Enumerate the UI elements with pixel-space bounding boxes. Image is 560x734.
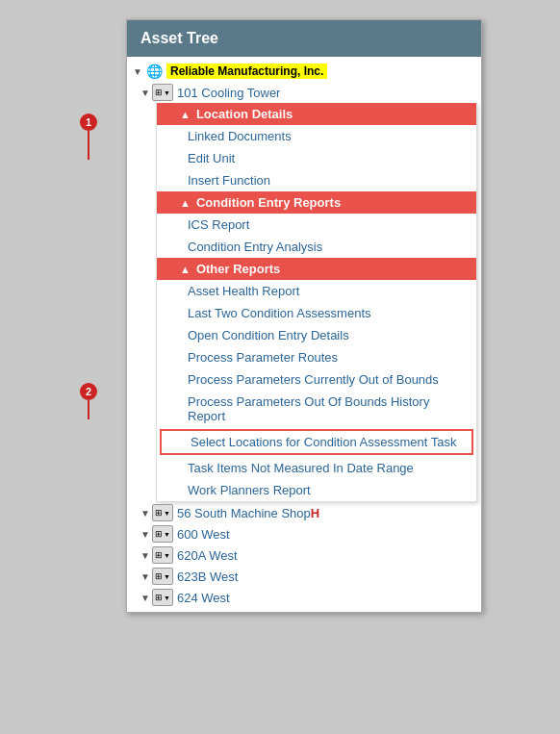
menu-process-params-oob[interactable]: Process Parameters Currently Out of Boun… [157,368,476,391]
other-reports-label: Other Reports [196,262,280,276]
building-icon-small: ⊞ [155,88,163,97]
badge-2-container: 2 [80,383,97,419]
badge-1-container: 1 [80,114,97,160]
cooling-tower-dropdown-btn[interactable]: ⊞ ▼ [152,84,173,101]
section-other-reports[interactable]: ▲ Other Reports [157,258,476,280]
600-west-label: 600 West [177,527,230,542]
panel-title: Asset Tree [140,30,218,46]
other-reports-arrow: ▲ [180,264,191,275]
623b-west-dropdown-btn[interactable]: ⊞ ▼ [152,568,173,585]
condition-entry-label: Condition Entry Reports [196,195,341,210]
section-location-details[interactable]: ▲ Location Details [157,103,476,125]
dropdown-arrow-623b: ▼ [164,573,170,580]
tree-container: ▼ 🌐 Reliable Manufacturing, Inc. ▼ ⊞ ▼ 1… [127,57,481,612]
location-details-label: Location Details [196,107,293,121]
badge-2: 2 [80,383,97,400]
623b-west-row[interactable]: ▼ ⊞ ▼ 623B West [127,566,481,587]
620a-west-triangle: ▼ [140,550,150,560]
600-west-triangle: ▼ [140,529,150,539]
building-icon-623b: ⊞ [155,571,163,581]
menu-work-planners-report[interactable]: Work Planners Report [157,479,476,501]
menu-last-two-condition[interactable]: Last Two Condition Assessments [157,302,476,324]
location-details-arrow: ▲ [180,109,191,120]
menu-task-items-not-measured[interactable]: Task Items Not Measured In Date Range [157,457,476,479]
cooling-tower-triangle: ▼ [140,88,150,97]
menu-condition-entry-analysis[interactable]: Condition Entry Analysis [157,236,476,258]
cooling-tower-label: 101 Cooling Tower [177,86,280,100]
building-icon-56: ⊞ [155,508,163,518]
dropdown-menu: ▲ Location Details Linked Documents Edit… [156,103,477,502]
badge-1-connector [88,131,89,160]
624-west-row[interactable]: ▼ ⊞ ▼ 624 West [127,587,481,608]
56-south-triangle: ▼ [140,508,150,518]
menu-process-params-history[interactable]: Process Parameters Out Of Bounds History… [157,391,476,427]
600-west-dropdown-btn[interactable]: ⊞ ▼ [152,525,173,543]
menu-linked-documents[interactable]: Linked Documents [157,125,476,147]
56-south-row[interactable]: ▼ ⊞ ▼ 56 South Machine Shop H [127,502,481,523]
building-icon-620a: ⊞ [155,550,163,560]
620a-west-dropdown-btn[interactable]: ⊞ ▼ [152,546,173,564]
menu-open-condition-entry[interactable]: Open Condition Entry Details [157,324,476,346]
dropdown-arrow-small: ▼ [164,89,170,96]
600-west-row[interactable]: ▼ ⊞ ▼ 600 West [127,523,481,544]
org-name-label: Reliable Manufacturing, Inc. [166,63,327,79]
624-west-triangle: ▼ [140,593,150,602]
section-condition-entry-reports[interactable]: ▲ Condition Entry Reports [157,191,476,214]
620a-west-label: 620A West [177,548,238,563]
menu-process-parameter-routes[interactable]: Process Parameter Routes [157,346,476,368]
menu-ics-report[interactable]: ICS Report [157,214,476,236]
56-south-dropdown-btn[interactable]: ⊞ ▼ [152,504,173,521]
dropdown-arrow-600: ▼ [164,531,170,538]
menu-edit-unit[interactable]: Edit Unit [157,147,476,169]
panel-header: Asset Tree [127,20,481,57]
badge-1: 1 [80,114,97,131]
624-west-label: 624 West [177,591,230,605]
building-icon-624: ⊞ [155,593,163,602]
dropdown-arrow-624: ▼ [164,595,170,601]
condition-entry-arrow: ▲ [180,197,191,209]
56-south-suffix: H [311,506,319,520]
dropdown-arrow-620a: ▼ [164,552,170,559]
asset-tree-panel: Asset Tree ▼ 🌐 Reliable Manufacturing, I… [126,19,482,613]
globe-icon: 🌐 [144,63,164,80]
623b-west-label: 623B West [177,569,238,584]
building-icon-600: ⊞ [155,529,163,539]
menu-insert-function[interactable]: Insert Function [157,169,476,191]
620a-west-row[interactable]: ▼ ⊞ ▼ 620A West [127,544,481,566]
org-triangle: ▼ [133,66,142,76]
56-south-label: 56 South Machine Shop [177,506,311,520]
624-west-dropdown-btn[interactable]: ⊞ ▼ [152,589,173,606]
org-root-row[interactable]: ▼ 🌐 Reliable Manufacturing, Inc. [127,61,481,82]
623b-west-triangle: ▼ [140,571,150,581]
cooling-tower-row[interactable]: ▼ ⊞ ▼ 101 Cooling Tower [127,82,481,103]
dropdown-arrow-56: ▼ [164,510,170,517]
menu-asset-health-report[interactable]: Asset Health Report [157,280,476,302]
badge-2-connector [88,400,89,419]
menu-select-locations[interactable]: Select Locations for Condition Assessmen… [160,429,473,455]
